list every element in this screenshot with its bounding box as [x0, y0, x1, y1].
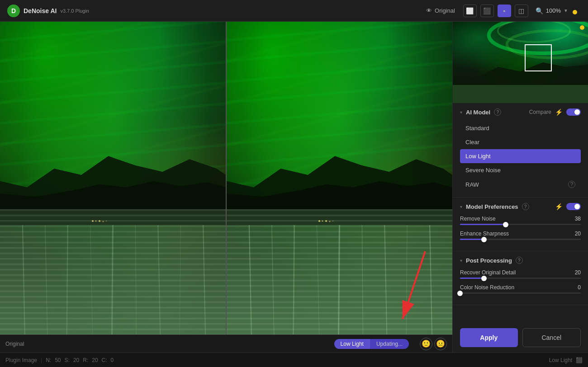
- model-item-clear[interactable]: Clear: [460, 135, 581, 149]
- c-label: C:: [102, 357, 107, 363]
- compare-button[interactable]: ◫: [515, 5, 528, 17]
- post-processing-header: ▾ Post Processing ?: [460, 257, 581, 264]
- compare-label: Compare: [529, 109, 551, 115]
- n-label: N:: [46, 357, 51, 363]
- remove-noise-label: Remove Noise: [460, 216, 496, 222]
- remove-noise-track[interactable]: [460, 224, 581, 225]
- enhance-sharpness-fill: [460, 239, 484, 240]
- post-processing-chevron[interactable]: ▾: [460, 258, 462, 263]
- remove-noise-thumb[interactable]: [503, 222, 508, 227]
- color-noise-label-row: Color Noise Reduction 0: [460, 284, 581, 291]
- color-noise-value: 0: [570, 284, 581, 291]
- zoom-dropdown-icon[interactable]: ▼: [564, 8, 568, 13]
- svg-line-3: [23, 225, 25, 334]
- enhance-sharpness-thumb[interactable]: [481, 237, 487, 242]
- ai-model-help[interactable]: ?: [494, 108, 501, 116]
- split-h-icon: ▪: [503, 7, 505, 14]
- thumbs-up-button[interactable]: 🙂: [420, 338, 432, 350]
- svg-point-32: [329, 221, 330, 222]
- svg-line-20: [249, 225, 251, 334]
- original-corner-label: Original: [5, 341, 24, 347]
- ai-model-chevron[interactable]: ▾: [460, 110, 462, 115]
- c-value: 0: [111, 357, 114, 363]
- single-view-button[interactable]: ⬜: [463, 5, 477, 17]
- recover-detail-track[interactable]: [460, 278, 581, 279]
- svg-line-8: [135, 225, 136, 334]
- zoom-area: 🔍 100% ▼: [536, 7, 568, 14]
- plugin-image-label: Plugin Image: [5, 357, 37, 363]
- model-prefs-chevron[interactable]: ▾: [460, 204, 462, 209]
- svg-point-14: [99, 220, 100, 222]
- r-value: 20: [92, 357, 98, 363]
- ai-model-header: ▾ AI Model ? Compare ⚡: [460, 108, 581, 116]
- model-item-standard[interactable]: Standard: [460, 121, 581, 135]
- recover-detail-label-row: Recover Original Detail 20: [460, 269, 581, 276]
- logo: D DeNoise AI v3.7.0 Plugin: [7, 5, 89, 17]
- raw-help-icon[interactable]: ?: [568, 181, 575, 188]
- compare-toggle[interactable]: [566, 108, 581, 116]
- svg-line-4: [45, 225, 47, 334]
- model-prefs-toggle[interactable]: [566, 203, 581, 210]
- r-label: R:: [83, 357, 88, 363]
- status-bar: Plugin Image | N: 50 S: 20 R: 20 C: 0 Lo…: [0, 353, 588, 367]
- model-prefs-lightning-icon: ⚡: [555, 203, 563, 210]
- original-view-button[interactable]: 👁 Original: [422, 5, 460, 16]
- remove-noise-slider-row: Remove Noise 38: [460, 216, 581, 225]
- model-item-low-light[interactable]: Low Light: [460, 149, 581, 163]
- image-panel-wrap: Original Low Light Updating... 🙂 😐: [0, 22, 452, 353]
- enhance-sharpness-track[interactable]: [460, 239, 581, 240]
- split-v-icon: ⬛: [483, 7, 491, 14]
- svg-line-5: [67, 225, 68, 334]
- remove-noise-label-row: Remove Noise 38: [460, 216, 581, 222]
- model-list: Standard Clear Low Light Severe Noise RA…: [460, 121, 581, 192]
- color-noise-slider-row: Color Noise Reduction 0: [460, 284, 581, 294]
- model-raw-label: RAW: [465, 181, 479, 188]
- eye-icon: 👁: [426, 7, 432, 14]
- recover-detail-label: Recover Original Detail: [460, 269, 516, 276]
- color-noise-thumb[interactable]: [457, 291, 463, 296]
- zoom-level: 100%: [546, 7, 561, 14]
- status-separator-1: |: [41, 357, 42, 363]
- model-prefs-help[interactable]: ?: [522, 203, 529, 210]
- model-pill-name: Low Light: [334, 339, 370, 349]
- svg-line-24: [339, 225, 340, 334]
- images-row: [0, 22, 452, 334]
- svg-point-13: [95, 220, 96, 221]
- apply-button[interactable]: Apply: [460, 328, 518, 347]
- status-model: Low Light: [549, 357, 572, 363]
- cancel-button[interactable]: Cancel: [522, 328, 581, 347]
- color-noise-track[interactable]: [460, 292, 581, 294]
- image-bottom-bar: Original Low Light Updating... 🙂 😐: [0, 334, 452, 353]
- app-version: v3.7.0 Plugin: [60, 8, 89, 14]
- compare-icon: ◫: [518, 7, 524, 14]
- split-vertical-button[interactable]: ⬛: [480, 5, 494, 17]
- topbar: D DeNoise AI v3.7.0 Plugin 👁 Original ⬜ …: [0, 0, 588, 22]
- mountain-svg-right: [227, 131, 452, 225]
- post-processing-help[interactable]: ?: [516, 257, 523, 264]
- thumbnail-area: [453, 22, 588, 103]
- model-clear-label: Clear: [465, 139, 479, 146]
- svg-line-10: [180, 225, 180, 334]
- mountain-svg-left: [0, 131, 226, 225]
- model-item-raw[interactable]: RAW ?: [460, 177, 581, 192]
- thumbnail-image: [453, 22, 588, 103]
- svg-rect-40: [453, 85, 588, 103]
- right-panel: ▾ AI Model ? Compare ⚡ Standard Clear Lo…: [452, 22, 588, 353]
- model-preferences-title: Model Preferences: [466, 203, 518, 210]
- model-item-severe-noise[interactable]: Severe Noise: [460, 163, 581, 177]
- n-value: 50: [55, 357, 61, 363]
- color-noise-label: Color Noise Reduction: [460, 284, 514, 291]
- recover-detail-thumb[interactable]: [481, 276, 487, 281]
- svg-line-21: [272, 225, 274, 334]
- main-area: Original Low Light Updating... 🙂 😐: [0, 22, 588, 353]
- action-buttons: Apply Cancel: [453, 323, 588, 353]
- aurora-background-right: [227, 22, 452, 334]
- thumbs-down-button[interactable]: 😐: [434, 338, 447, 350]
- split-horizontal-button[interactable]: ▪: [498, 5, 511, 17]
- status-screen-icon: ⬛: [576, 357, 583, 363]
- model-standard-label: Standard: [465, 125, 489, 132]
- lights-svg-left: [90, 220, 127, 222]
- svg-rect-19: [227, 225, 452, 334]
- model-pill-status: Updating...: [370, 339, 409, 349]
- svg-rect-2: [0, 225, 226, 334]
